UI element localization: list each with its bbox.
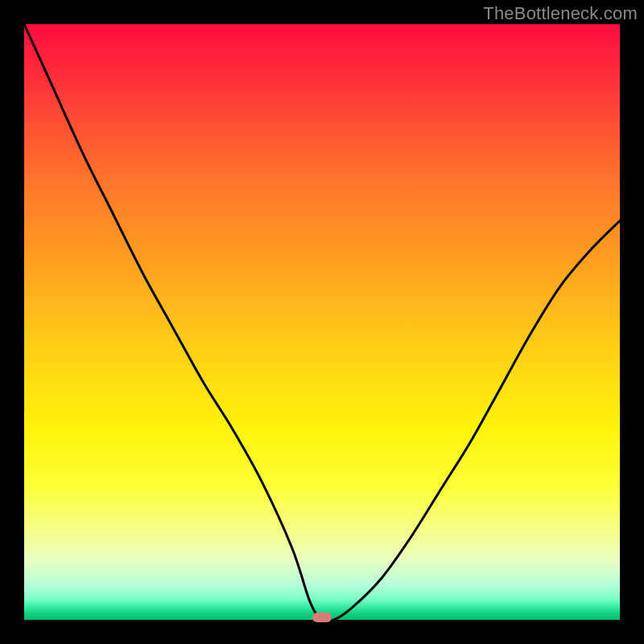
optimal-point-marker: [312, 613, 332, 622]
bottleneck-curve: [24, 24, 620, 620]
watermark-text: TheBottleneck.com: [483, 3, 638, 24]
chart-frame: TheBottleneck.com: [0, 0, 644, 644]
